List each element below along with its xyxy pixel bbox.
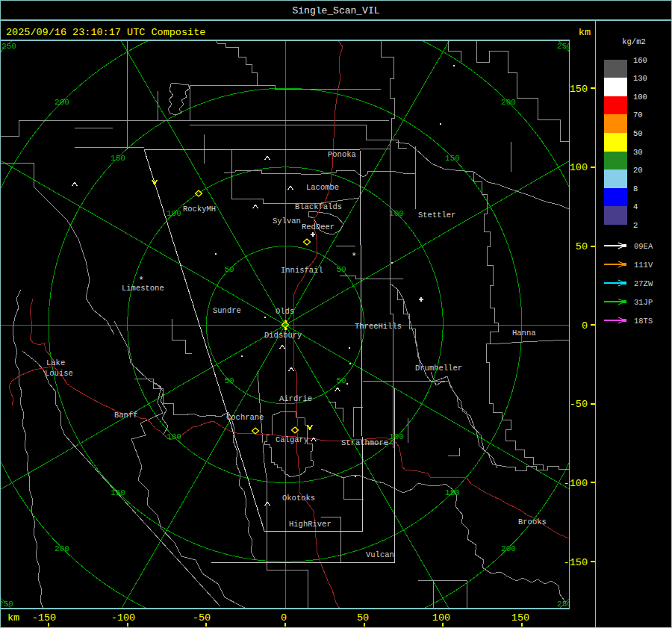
svg-text:Didsbury: Didsbury	[264, 331, 302, 340]
svg-text:Airdrie: Airdrie	[279, 394, 312, 403]
svg-text:31JP: 31JP	[634, 298, 653, 307]
svg-text:Blackfalds: Blackfalds	[295, 202, 342, 211]
svg-text:09EA: 09EA	[634, 242, 653, 251]
svg-text:HighRiver: HighRiver	[289, 520, 332, 529]
svg-text:100: 100	[570, 162, 588, 173]
svg-text:Lake: Lake	[46, 358, 65, 367]
svg-text:100: 100	[167, 209, 181, 218]
svg-text:Banff: Banff	[114, 411, 138, 420]
svg-text:km: km	[7, 612, 19, 624]
svg-text:70: 70	[633, 111, 643, 119]
svg-text:100: 100	[389, 432, 404, 441]
svg-text:4: 4	[633, 202, 638, 211]
svg-text:160: 160	[633, 56, 647, 65]
svg-text:200: 200	[55, 544, 69, 553]
svg-text:18TS: 18TS	[634, 317, 653, 326]
svg-text:50: 50	[336, 265, 346, 274]
svg-text:200: 200	[501, 98, 516, 107]
svg-text:Ponoka: Ponoka	[328, 150, 356, 159]
svg-text:200: 200	[501, 544, 516, 553]
svg-text:30: 30	[633, 148, 643, 157]
svg-text:RockyMH: RockyMH	[183, 205, 216, 214]
svg-text:Single_Scan_VIL: Single_Scan_VIL	[292, 5, 379, 16]
svg-text:0: 0	[582, 320, 588, 332]
svg-text:Stettler: Stettler	[418, 211, 455, 220]
svg-text:0: 0	[281, 612, 287, 624]
svg-text:-50: -50	[570, 399, 588, 410]
svg-text:200: 200	[55, 98, 69, 107]
svg-text:Cochrane: Cochrane	[226, 413, 264, 422]
svg-text:kg/m2: kg/m2	[622, 37, 646, 46]
svg-text:Sundre: Sundre	[213, 306, 241, 315]
svg-text:Drumheller: Drumheller	[415, 364, 462, 373]
svg-text:Olds: Olds	[276, 307, 294, 316]
svg-text:100: 100	[432, 612, 450, 624]
svg-text:Brooks: Brooks	[518, 517, 547, 526]
svg-text:Hanna: Hanna	[512, 329, 536, 338]
svg-text:50: 50	[576, 241, 588, 252]
svg-text:2025/09/16 23:10:17 UTC Compos: 2025/09/16 23:10:17 UTC Composite	[6, 27, 205, 38]
svg-text:Limestone: Limestone	[122, 284, 164, 293]
svg-text:50: 50	[336, 376, 346, 385]
svg-text:130: 130	[633, 74, 647, 83]
svg-text:Innisfail: Innisfail	[281, 266, 323, 275]
svg-text:Sylvan: Sylvan	[273, 217, 301, 226]
svg-text:Vulcan: Vulcan	[366, 550, 394, 559]
svg-text:50: 50	[224, 376, 234, 385]
svg-text:150: 150	[570, 84, 588, 95]
svg-text:100: 100	[633, 93, 647, 102]
svg-text:250: 250	[0, 600, 13, 609]
svg-text:-150: -150	[32, 612, 56, 624]
svg-text:ThreeHills: ThreeHills	[355, 322, 402, 331]
svg-text:150: 150	[445, 154, 460, 163]
svg-text:150: 150	[111, 154, 125, 163]
svg-text:*: *	[351, 252, 356, 262]
svg-text:50: 50	[224, 265, 234, 274]
svg-text:Calgary: Calgary	[276, 435, 308, 444]
svg-text:250: 250	[1, 42, 16, 51]
svg-text:150: 150	[511, 612, 529, 624]
svg-text:-150: -150	[564, 557, 588, 568]
svg-text:Lacombe: Lacombe	[306, 183, 339, 192]
svg-text:-50: -50	[193, 612, 211, 624]
svg-text:100: 100	[167, 432, 181, 441]
svg-text:150: 150	[111, 488, 125, 497]
svg-text:111V: 111V	[634, 261, 653, 270]
svg-text:27ZW: 27ZW	[634, 279, 653, 288]
svg-text:20: 20	[633, 166, 643, 175]
svg-text:km: km	[579, 27, 591, 38]
svg-text:Louise: Louise	[45, 369, 73, 378]
svg-text:-100: -100	[564, 478, 588, 489]
svg-text:2: 2	[633, 221, 638, 230]
svg-text:50: 50	[357, 612, 369, 624]
svg-text:Strathmore: Strathmore	[341, 438, 388, 447]
svg-text:100: 100	[389, 209, 404, 218]
svg-text:Okotoks: Okotoks	[282, 494, 315, 503]
svg-text:RedDeer: RedDeer	[302, 223, 335, 231]
svg-text:150: 150	[445, 488, 460, 497]
svg-text:50: 50	[633, 129, 643, 138]
svg-text:-100: -100	[111, 612, 135, 624]
svg-text:8: 8	[633, 184, 638, 193]
